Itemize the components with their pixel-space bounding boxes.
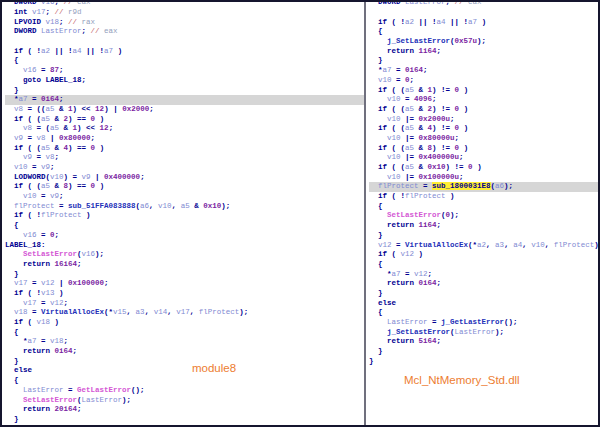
code-line[interactable]: if ( !v13 )	[5, 289, 364, 299]
code-line[interactable]: else	[5, 366, 364, 376]
code-line[interactable]: }	[5, 357, 364, 367]
code-line[interactable]: return 1i64;	[369, 47, 598, 57]
code-line[interactable]: LastError = GetLastError();	[5, 386, 364, 396]
code-line[interactable]: }	[5, 86, 364, 96]
module8-annotation-label: module8	[192, 362, 236, 374]
code-line[interactable]: LPVOID v18; // rax	[5, 18, 364, 28]
code-line[interactable]: *a7 = 0i64;	[5, 95, 364, 105]
code-line[interactable]	[5, 37, 364, 47]
code-line[interactable]: j_SetLastError(LastError);	[369, 328, 598, 338]
code-line[interactable]: v8 = ((a5 & 1) << 12) | 0x2000;	[5, 105, 364, 115]
code-line[interactable]: {	[369, 202, 598, 212]
code-line[interactable]: }	[369, 231, 598, 241]
code-line[interactable]: SetLastError(v16);	[5, 250, 364, 260]
code-line[interactable]: goto LABEL_18;	[5, 76, 364, 86]
code-line[interactable]: }	[369, 56, 598, 66]
code-line[interactable]: return 20i64;	[5, 405, 364, 415]
code-line[interactable]: flProtect = sub_1800031E8(a6);	[369, 182, 598, 192]
code-line[interactable]: }	[5, 415, 364, 425]
code-line[interactable]: v10 = v9;	[5, 163, 364, 173]
pseudocode-module8: DWORD v16; // eax int v17; // r9d LPVOID…	[2, 2, 364, 425]
code-line[interactable]: if ( v12 )	[369, 250, 598, 260]
code-line[interactable]: LODWORD(v10) = v9 | 0x400000;	[5, 173, 364, 183]
pseudocode-mcl-ntmemory: DWORD LastError; // eax if ( !a2 || !a4 …	[366, 2, 598, 366]
code-line[interactable]: }	[369, 289, 598, 299]
code-line[interactable]	[369, 8, 598, 18]
code-line[interactable]: if ( v18 )	[5, 318, 364, 328]
code-line[interactable]: if ( (a5 & 8) == 0 )	[5, 182, 364, 192]
code-line[interactable]: v17 = v12 | 0x100000;	[5, 279, 364, 289]
code-line[interactable]: if ( (a5 & 0x10) != 0 )	[369, 163, 598, 173]
code-line[interactable]: j_SetLastError(0x57u);	[369, 37, 598, 47]
code-line[interactable]: if ( (a5 & 4) != 0 )	[369, 124, 598, 134]
code-line[interactable]: {	[5, 221, 364, 231]
pseudocode-pane-module8: DWORD v16; // eax int v17; // r9d LPVOID…	[2, 2, 364, 425]
code-line[interactable]: if ( (a5 & 2) == 0 )	[5, 115, 364, 125]
code-line[interactable]: {	[369, 27, 598, 37]
code-line[interactable]: else	[369, 299, 598, 309]
code-line[interactable]: v16 = 87;	[5, 66, 364, 76]
code-line[interactable]: v9 = v8;	[5, 153, 364, 163]
decompiler-comparison-screenshot: DWORD v16; // eax int v17; // r9d LPVOID…	[0, 0, 600, 427]
code-line[interactable]: v17 = v12;	[5, 299, 364, 309]
code-line[interactable]: }	[369, 347, 598, 357]
code-line[interactable]: v10 |= 0x400000u;	[369, 153, 598, 163]
dll-annotation-label: Mcl_NtMemory_Std.dll	[404, 374, 520, 386]
code-line[interactable]: if ( (a5 & 2) != 0 )	[369, 105, 598, 115]
code-line[interactable]: return 5i64;	[369, 337, 598, 347]
code-line[interactable]: v16 = 0;	[5, 231, 364, 241]
code-line[interactable]: *a7 = v12;	[369, 270, 598, 280]
code-line[interactable]: return 16i64;	[5, 260, 364, 270]
code-line[interactable]: {	[5, 328, 364, 338]
code-line[interactable]: }	[5, 270, 364, 280]
code-line[interactable]: {	[369, 260, 598, 270]
code-line[interactable]: if ( !flProtect )	[5, 211, 364, 221]
code-line[interactable]: DWORD LastError; // eax	[5, 27, 364, 37]
code-line[interactable]: v8 = (a5 & 1) << 12;	[5, 124, 364, 134]
code-line[interactable]: {	[5, 376, 364, 386]
code-line[interactable]: if ( (a5 & 8) != 0 )	[369, 144, 598, 154]
code-line[interactable]: if ( (a5 & 4) == 0 )	[5, 144, 364, 154]
code-line[interactable]: return 0i64;	[369, 279, 598, 289]
code-line[interactable]: v10 |= 0x100000u;	[369, 173, 598, 183]
code-line[interactable]: if ( !flProtect )	[369, 192, 598, 202]
code-line[interactable]: LastError = j_GetLastError();	[369, 318, 598, 328]
code-line[interactable]: v18 = VirtualAllocEx(*v15, a3, v14, v17,…	[5, 308, 364, 318]
code-line[interactable]: *a7 = 0i64;	[369, 66, 598, 76]
code-line[interactable]: v10 |= 0x80000u;	[369, 134, 598, 144]
code-line[interactable]: int v17; // r9d	[5, 8, 364, 18]
code-line[interactable]: {	[5, 56, 364, 66]
pseudocode-pane-mcl-ntmemory: DWORD LastError; // eax if ( !a2 || !a4 …	[366, 2, 598, 425]
code-line[interactable]: SetLastError(0);	[369, 211, 598, 221]
code-line[interactable]: v10 = v9;	[5, 192, 364, 202]
code-line[interactable]: if ( !a2 || !a4 || !a7 )	[369, 18, 598, 28]
code-line[interactable]: return 1i64;	[369, 221, 598, 231]
code-line[interactable]: v10 |= 0x2000u;	[369, 115, 598, 125]
code-line[interactable]: LABEL_18:	[5, 241, 364, 251]
code-line[interactable]: }	[369, 357, 598, 367]
code-line[interactable]: v12 = VirtualAllocEx(*a2, a3, a4, v10, f…	[369, 241, 598, 251]
code-line[interactable]: v9 = v8 | 0x80000;	[5, 134, 364, 144]
code-line[interactable]: return 0i64;	[5, 347, 364, 357]
code-line[interactable]: v10 = 4096;	[369, 95, 598, 105]
code-line[interactable]: v10 = 0;	[369, 76, 598, 86]
code-line[interactable]: *a7 = v18;	[5, 337, 364, 347]
code-line[interactable]: {	[369, 308, 598, 318]
code-line[interactable]: flProtect = sub_51FFA083888(a6, v10, a5 …	[5, 202, 364, 212]
code-line[interactable]: SetLastError(LastError);	[5, 396, 364, 406]
code-line[interactable]: if ( !a2 || !a4 || !a7 )	[5, 47, 364, 57]
code-line[interactable]: if ( (a5 & 1) != 0 )	[369, 86, 598, 96]
